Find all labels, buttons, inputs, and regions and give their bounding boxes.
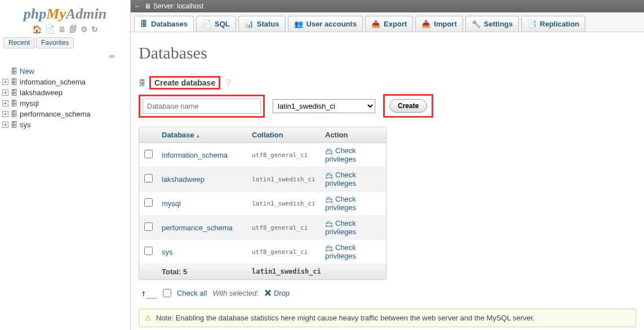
- check-privileges-link[interactable]: 📇Check privileges: [325, 146, 356, 163]
- server-icon: 🖥: [144, 2, 151, 10]
- topbar: ← 🖥 Server: localhost: [131, 0, 644, 12]
- page-title: Databases: [139, 43, 636, 63]
- sidebar-tabs: Recent Favorites: [0, 37, 130, 51]
- warning-icon: ⚠: [145, 314, 152, 322]
- logo-part-my: My: [46, 6, 66, 22]
- breadcrumb[interactable]: Server: localhost: [153, 2, 203, 10]
- check-privileges-link[interactable]: 📇Check privileges: [325, 171, 356, 188]
- total-label: Total: 5: [157, 264, 247, 279]
- logo[interactable]: phpMyAdmin: [0, 2, 130, 24]
- col-header-database[interactable]: Database▲: [157, 127, 247, 142]
- db-link[interactable]: mysql: [157, 196, 247, 211]
- privileges-icon: 📇: [325, 220, 333, 227]
- drop-link[interactable]: 🗙Drop: [264, 289, 290, 297]
- check-all-label[interactable]: Check all: [177, 289, 207, 297]
- db-icon: 🗄: [11, 100, 17, 108]
- tab-export[interactable]: 📤Export: [365, 16, 413, 32]
- home-icon[interactable]: 🏠: [32, 25, 42, 34]
- col-header-action: Action: [321, 127, 386, 142]
- settings-icon: 🔧: [472, 20, 481, 28]
- db-link[interactable]: information_schema: [157, 148, 247, 163]
- table-row: sys utf8_general_ci 📇Check privileges: [139, 240, 386, 264]
- table-footer: Total: 5 latin1_swedish_ci: [139, 264, 386, 279]
- expand-icon[interactable]: +: [2, 90, 8, 96]
- expand-icon[interactable]: +: [2, 122, 8, 128]
- collapse-icon[interactable]: ∞: [0, 51, 130, 64]
- check-privileges-link[interactable]: 📇Check privileges: [325, 219, 356, 236]
- tab-favorites[interactable]: Favorites: [36, 37, 74, 48]
- arrow-up-icon: ↑__: [141, 288, 157, 298]
- privileges-icon: 📇: [325, 148, 333, 154]
- collation-value: utf8_general_ci: [247, 245, 321, 259]
- tab-user-accounts[interactable]: 👥User accounts: [288, 16, 363, 32]
- tree-item-performance-schema[interactable]: + 🗄 performance_schema: [2, 109, 130, 119]
- tab-sql[interactable]: 📄SQL: [196, 16, 236, 32]
- users-icon: 👥: [294, 20, 303, 28]
- create-button[interactable]: Create: [389, 99, 427, 113]
- db-new-icon: 🗄: [11, 68, 17, 75]
- tab-status[interactable]: 📊Status: [238, 16, 286, 32]
- docs-icon[interactable]: 🗎: [58, 25, 66, 34]
- expand-icon[interactable]: +: [2, 100, 8, 106]
- export-icon: 📤: [371, 20, 380, 28]
- tab-databases[interactable]: 🗄Databases: [134, 16, 194, 32]
- db-icon: 🗄: [11, 78, 17, 86]
- tree-item-information-schema[interactable]: + 🗄 information_schema: [2, 77, 130, 87]
- row-checkbox[interactable]: [144, 198, 153, 207]
- col-header-collation[interactable]: Collation: [247, 127, 321, 142]
- reload-icon[interactable]: ↻: [91, 25, 98, 34]
- db-link[interactable]: performance_schema: [157, 220, 247, 235]
- create-database-label: Create database: [154, 78, 215, 87]
- main: ← 🖥 Server: localhost 🗄Databases 📄SQL 📊S…: [131, 0, 644, 330]
- logo-part-php: php: [24, 6, 46, 22]
- bulk-actions: ↑__ Check all With selected: 🗙Drop: [139, 280, 636, 306]
- tree-new[interactable]: + 🗄 New: [2, 66, 130, 77]
- note-box: ⚠ Note: Enabling the database statistics…: [139, 309, 636, 327]
- sql-icon: 📄: [202, 20, 211, 28]
- expand-icon[interactable]: +: [2, 111, 8, 117]
- db-link[interactable]: lakshadweep: [157, 172, 247, 187]
- help-icon[interactable]: ❔: [224, 79, 233, 87]
- privileges-icon: 📇: [325, 196, 333, 203]
- privileges-icon: 📇: [325, 172, 333, 179]
- row-checkbox[interactable]: [144, 150, 153, 158]
- database-name-input[interactable]: [143, 99, 261, 114]
- import-icon: 📥: [421, 20, 430, 28]
- tab-settings[interactable]: 🔧Settings: [465, 16, 519, 32]
- collation-select[interactable]: latin1_swedish_ci: [273, 99, 375, 113]
- db-icon: 🗄: [11, 89, 17, 97]
- tab-recent[interactable]: Recent: [3, 37, 35, 48]
- table-row: mysql latin1_swedish_ci 📇Check privilege…: [139, 191, 386, 216]
- create-database-form: latin1_swedish_ci Create: [139, 94, 636, 118]
- gear-icon[interactable]: ⚙: [81, 25, 88, 34]
- row-checkbox[interactable]: [144, 247, 153, 255]
- tree-item-mysql[interactable]: + 🗄 mysql: [2, 98, 130, 109]
- navi-icon[interactable]: 🗐: [69, 25, 77, 34]
- note-text: Note: Enabling the database statistics h…: [156, 314, 535, 322]
- tab-replication[interactable]: 📑Replication: [521, 16, 585, 32]
- db-tree: + 🗄 New + 🗄 information_schema + 🗄 laksh…: [0, 64, 130, 130]
- collapse-sidebar-icon[interactable]: ←: [134, 2, 141, 10]
- sidebar: phpMyAdmin 🏠 📄 🗎 🗐 ⚙ ↻ Recent Favorites …: [0, 0, 131, 330]
- row-checkbox[interactable]: [144, 174, 153, 182]
- row-checkbox[interactable]: [144, 222, 153, 231]
- status-icon: 📊: [245, 20, 254, 28]
- table-header: Database▲ Collation Action: [139, 127, 386, 143]
- check-privileges-link[interactable]: 📇Check privileges: [325, 243, 356, 260]
- create-database-heading: 🗄 Create database ❔: [139, 76, 636, 90]
- logo-part-admin: Admin: [66, 6, 106, 22]
- table-row: lakshadweep latin1_swedish_ci 📇Check pri…: [139, 167, 386, 191]
- tab-import[interactable]: 📥Import: [415, 16, 463, 32]
- tree-item-lakshadweep[interactable]: + 🗄 lakshadweep: [2, 87, 130, 98]
- logout-icon[interactable]: 📄: [45, 25, 55, 34]
- collation-value: utf8_general_ci: [247, 148, 321, 162]
- collation-value: latin1_swedish_ci: [247, 197, 321, 211]
- sidebar-toolbar: 🏠 📄 🗎 🗐 ⚙ ↻: [0, 24, 130, 37]
- db-icon: 🗄: [11, 121, 17, 129]
- check-privileges-link[interactable]: 📇Check privileges: [325, 195, 356, 212]
- expand-icon[interactable]: +: [2, 79, 8, 85]
- db-link[interactable]: sys: [157, 244, 247, 260]
- total-collation: latin1_swedish_ci: [247, 264, 321, 279]
- check-all-checkbox[interactable]: [163, 289, 171, 297]
- tree-item-sys[interactable]: + 🗄 sys: [2, 119, 130, 130]
